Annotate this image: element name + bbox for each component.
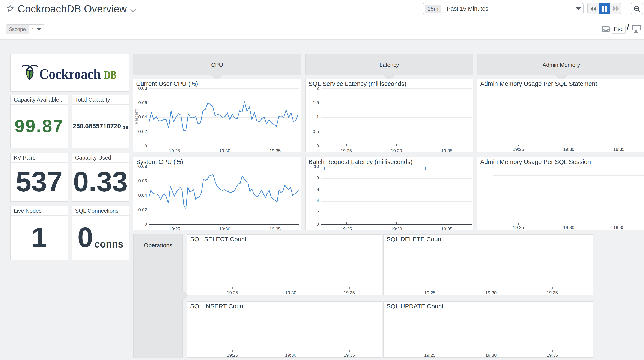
svg-text:DB: DB bbox=[104, 68, 116, 81]
svg-text:Cockroach: Cockroach bbox=[39, 66, 101, 82]
